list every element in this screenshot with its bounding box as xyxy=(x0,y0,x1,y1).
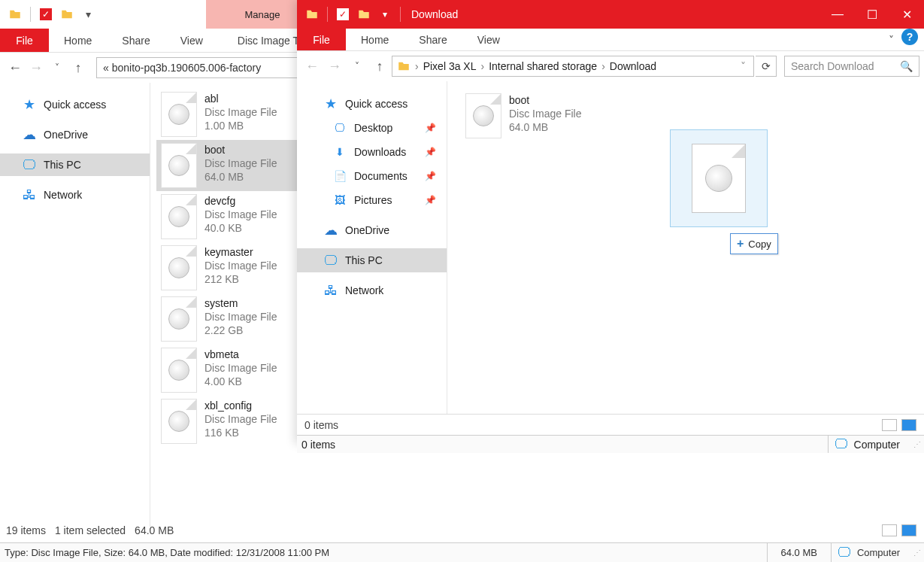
ribbon-view-tab[interactable]: View xyxy=(165,29,218,52)
view-details-button[interactable] xyxy=(882,524,897,536)
recent-locations-button[interactable]: ˅ xyxy=(347,56,368,77)
view-tiles-button[interactable] xyxy=(901,524,916,536)
plus-icon: + xyxy=(737,237,744,251)
ribbon-file-tab[interactable]: File xyxy=(297,29,346,50)
desktop-icon: 🖵 xyxy=(333,121,347,135)
sidebar-item-pictures[interactable]: 🖼 Pictures 📌 xyxy=(297,188,447,212)
cloud-icon: ☁ xyxy=(23,128,36,141)
sidebar-item-label: Pictures xyxy=(354,194,392,206)
separator xyxy=(30,7,31,22)
sidebar-item-network[interactable]: 🖧 Network xyxy=(297,278,447,302)
file-name: abl xyxy=(204,92,277,105)
ribbon-file-tab[interactable]: File xyxy=(0,29,49,52)
sidebar-item-label: This PC xyxy=(44,159,81,171)
help-button[interactable]: ? xyxy=(901,29,918,45)
qat-dropdown-icon[interactable]: ▾ xyxy=(80,7,95,22)
disc-image-icon xyxy=(161,296,197,342)
minimize-button[interactable]: — xyxy=(820,0,855,29)
search-placeholder: Search Download xyxy=(791,60,874,72)
sidebar-item-label: Network xyxy=(345,284,383,296)
ribbon-share-tab[interactable]: Share xyxy=(107,29,165,52)
file-name: vbmeta xyxy=(204,348,277,361)
sidebar-item-quick-access[interactable]: ★ Quick access xyxy=(297,92,447,116)
ribbon-expand-button[interactable]: ˅ xyxy=(881,29,901,50)
chevron-right-icon[interactable]: › xyxy=(598,60,608,72)
sidebar-item-this-pc[interactable]: 🖵 This PC xyxy=(0,153,150,176)
sidebar-item-label: OneDrive xyxy=(345,224,389,236)
file-type: Disc Image File xyxy=(204,156,277,170)
ribbon-view-tab[interactable]: View xyxy=(462,29,515,50)
pin-icon: 📌 xyxy=(425,195,439,205)
status-selection-size: 64.0 MB xyxy=(135,524,174,536)
status-location-label: Computer xyxy=(857,547,900,558)
drop-hint-label: Copy xyxy=(748,238,771,250)
resize-grip-icon[interactable]: ⋰ xyxy=(910,440,924,448)
sidebar-item-documents[interactable]: 📄 Documents 📌 xyxy=(297,164,447,188)
view-tiles-button[interactable] xyxy=(901,419,916,431)
folder-icon xyxy=(304,7,320,22)
pin-icon: 📌 xyxy=(425,123,439,133)
qat-checkbox-icon[interactable]: ✓ xyxy=(38,7,53,22)
sidebar-item-onedrive[interactable]: ☁ OneDrive xyxy=(0,123,150,146)
back-button[interactable]: ← xyxy=(5,57,26,78)
up-button[interactable]: ↑ xyxy=(68,57,89,78)
resize-grip-icon[interactable]: ⋰ xyxy=(910,548,924,557)
nav-pane-b: ★ Quick access 🖵 Desktop 📌 ⬇ Downloads 📌… xyxy=(297,81,447,414)
refresh-button[interactable]: ⟳ xyxy=(756,56,777,77)
breadcrumb-segment[interactable]: Download xyxy=(610,60,656,72)
disc-image-icon xyxy=(161,92,197,137)
disc-image-icon xyxy=(161,143,197,188)
disc-image-icon xyxy=(465,93,501,138)
breadcrumb-segment[interactable]: Pixel 3a XL xyxy=(423,60,477,72)
file-name: xbl_config xyxy=(204,399,277,412)
up-button[interactable]: ↑ xyxy=(369,56,390,77)
file-type: Disc Image File xyxy=(204,259,277,272)
ribbon-home-tab[interactable]: Home xyxy=(346,29,404,50)
drag-preview xyxy=(670,129,768,227)
ribbon-home-tab[interactable]: Home xyxy=(49,29,107,52)
pin-icon: 📌 xyxy=(425,171,439,181)
breadcrumb-segment[interactable]: Internal shared storage xyxy=(489,60,597,72)
qat-dropdown-icon[interactable]: ▾ xyxy=(377,7,392,22)
separator xyxy=(400,7,401,22)
chevron-right-icon[interactable]: › xyxy=(412,60,422,72)
forward-button[interactable]: → xyxy=(26,57,47,78)
view-details-button[interactable] xyxy=(882,419,897,431)
cloud-icon: ☁ xyxy=(324,223,338,237)
back-button[interactable]: ← xyxy=(301,56,323,77)
sidebar-item-label: Downloads xyxy=(354,146,406,158)
chevron-right-icon[interactable]: › xyxy=(478,60,488,72)
window-title: Download xyxy=(411,8,458,20)
sidebar-item-label: Documents xyxy=(354,170,407,182)
sidebar-item-downloads[interactable]: ⬇ Downloads 📌 xyxy=(297,140,447,164)
file-list-b[interactable]: boot Disc Image File 64.0 MB + Copy xyxy=(447,81,924,414)
sidebar-item-quick-access[interactable]: ★ Quick access xyxy=(0,93,150,116)
monitor-icon: 🖵 xyxy=(23,158,36,172)
file-type: Disc Image File xyxy=(204,361,277,375)
statusbar-b-2: 0 items 🖵 Computer ⋰ xyxy=(297,435,924,453)
status-tooltip: Type: Disc Image File, Size: 64.0 MB, Da… xyxy=(0,547,767,558)
file-size: 1.00 MB xyxy=(204,119,277,132)
status-selection-count: 1 item selected xyxy=(55,524,126,536)
sidebar-item-desktop[interactable]: 🖵 Desktop 📌 xyxy=(297,116,447,140)
disc-image-icon xyxy=(692,144,746,213)
sidebar-item-this-pc[interactable]: 🖵 This PC xyxy=(297,248,447,272)
recent-locations-button[interactable]: ˅ xyxy=(47,57,68,78)
star-icon: ★ xyxy=(324,97,338,111)
search-input[interactable]: Search Download 🔍 xyxy=(784,56,919,77)
close-button[interactable]: ✕ xyxy=(889,0,924,29)
maximize-button[interactable]: ☐ xyxy=(855,0,889,29)
forward-button[interactable]: → xyxy=(324,56,345,77)
sidebar-item-label: Quick access xyxy=(345,98,407,110)
address-dropdown-button[interactable]: ˅ xyxy=(738,60,749,72)
file-name: keymaster xyxy=(204,245,277,259)
qat-checkbox-icon[interactable]: ✓ xyxy=(335,7,350,22)
network-icon: 🖧 xyxy=(23,188,36,202)
ribbon-share-tab[interactable]: Share xyxy=(404,29,462,50)
pin-icon: 📌 xyxy=(425,147,439,157)
titlebar-b[interactable]: ✓ ▾ Download — ☐ ✕ xyxy=(297,0,924,29)
sidebar-item-onedrive[interactable]: ☁ OneDrive xyxy=(297,218,447,242)
sidebar-item-label: Desktop xyxy=(354,122,392,134)
breadcrumb[interactable]: › Pixel 3a XL › Internal shared storage … xyxy=(392,56,754,77)
sidebar-item-network[interactable]: 🖧 Network xyxy=(0,184,150,206)
